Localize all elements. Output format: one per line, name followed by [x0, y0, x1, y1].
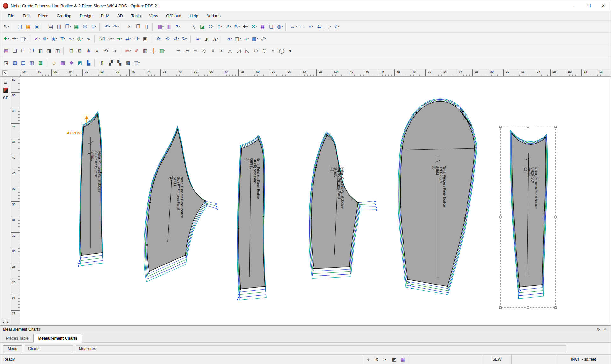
print-icon[interactable]: ▤ [46, 22, 55, 31]
rotate-cw-icon[interactable]: ⟳ [155, 34, 163, 43]
balloon-tool-icon[interactable]: ◎▾ [76, 34, 84, 43]
maximize-button[interactable]: ❐ [581, 0, 596, 11]
pattern-piece-cb-princess[interactable]: Neha_Princess Panel Bodice CB Princess P… [237, 135, 266, 300]
point-plus-icon[interactable]: ✚▾ [2, 34, 11, 43]
menu-help[interactable]: Help [186, 12, 202, 20]
pattern-piece-upper-sleeve[interactable]: Neha_Princess Panel Bodice UPPER SLV SHE… [398, 99, 477, 295]
zoom-icon[interactable]: ⚲▾ [89, 22, 98, 31]
kite-shape-icon[interactable]: ⋄ [217, 46, 226, 55]
cut-open-icon[interactable]: ✄▾ [124, 46, 132, 55]
wave-line-icon[interactable]: ∿ [84, 34, 93, 43]
plan-view-icon[interactable]: ◳ [2, 58, 11, 67]
paste-icon[interactable]: ▯ [143, 22, 151, 31]
unfold-piece-icon[interactable]: ⊟ [67, 46, 76, 55]
ellipse-shape-icon[interactable]: ◯ [277, 46, 286, 55]
view-3d-icon[interactable]: ◩ [76, 58, 84, 67]
menu-piece[interactable]: Piece [34, 12, 53, 20]
copy-grade-icon[interactable]: ⇱▾ [233, 22, 241, 31]
mirror-vertical-icon[interactable]: ◭ [203, 34, 211, 43]
menu-view[interactable]: View [145, 12, 162, 20]
print-preview-icon[interactable]: ◫ [55, 22, 64, 31]
circle-shape-icon[interactable]: ○ [269, 46, 277, 55]
rotate-right90-icon[interactable]: ↻▾ [180, 34, 189, 43]
walk-tool-icon[interactable]: ⇆ [315, 22, 324, 31]
hexagon-shape-icon[interactable]: ⬡ [260, 46, 269, 55]
grading-table-icon[interactable]: ▤ [19, 58, 28, 67]
pieces-table-icon[interactable]: ▦ [11, 58, 19, 67]
menu-ocloud[interactable]: O/Cloud [162, 12, 186, 20]
world-icon[interactable]: ◍▾ [276, 22, 284, 31]
panel-split-icon[interactable]: ▥ [141, 46, 150, 55]
table-view-icon[interactable]: ▦ [258, 22, 267, 31]
pattern-a-icon[interactable]: ▞ [107, 58, 115, 67]
fold-piece-icon[interactable]: ⊞ [76, 46, 84, 55]
tab-measurement-charts[interactable]: Measurement Charts [33, 334, 82, 343]
new-style-icon[interactable]: ▧ [2, 46, 11, 55]
menu-edit[interactable]: Edit [18, 12, 34, 20]
measure-tool-icon[interactable]: ↔▾ [289, 22, 298, 31]
tab-pieces-table[interactable]: Pieces Table [2, 334, 33, 342]
sewing-machine-icon[interactable]: ⚙ [373, 355, 381, 363]
grade-move-icon[interactable]: ↗▾ [224, 22, 233, 31]
open-file-icon[interactable]: ▦ [24, 22, 33, 31]
dock-pin-icon[interactable]: ⚲ [594, 325, 602, 333]
scissors-status-icon[interactable]: ✂ [381, 355, 390, 363]
scroll-left-button[interactable]: ◂ [1, 320, 5, 324]
menu-plm[interactable]: PLM [97, 12, 114, 20]
close-dart-icon[interactable]: ⋏ [93, 46, 102, 55]
polygon-shape-icon[interactable]: ⎔ [252, 46, 260, 55]
fill-triangle-icon[interactable]: ◪ [198, 22, 207, 31]
trapezoid-shape-icon[interactable]: ⏢ [192, 46, 200, 55]
forward-icon[interactable]: ➜▾ [115, 34, 124, 43]
t-square-icon[interactable]: ⊥▾ [324, 22, 332, 31]
dotted-grid-icon[interactable]: ∷▾ [207, 22, 215, 31]
sew-mode-button[interactable]: SEW [482, 355, 511, 364]
swatch-grid-icon[interactable]: ▩ [59, 58, 67, 67]
export-excel-icon[interactable]: ▦ [72, 22, 81, 31]
align-icon[interactable]: ≡▾ [194, 34, 203, 43]
mark-pen-icon[interactable]: ✐ [132, 46, 141, 55]
points-table-icon[interactable]: ▥ [28, 58, 36, 67]
scroll-right-button[interactable]: ▸ [6, 320, 10, 324]
stitch-icon[interactable]: ⌗▾ [242, 34, 251, 43]
grade-up-icon[interactable]: ↥▾ [215, 22, 224, 31]
copy-icon[interactable]: ❐ [134, 22, 143, 31]
open-dart-icon[interactable]: ⋔ [84, 46, 93, 55]
trash-icon[interactable]: ⌧ [98, 34, 107, 43]
column-header-charts[interactable]: Charts [25, 345, 73, 352]
undo-icon[interactable]: ↶▾ [103, 22, 112, 31]
right-triangle-shape-icon[interactable]: ◿ [235, 46, 243, 55]
view-3d-status-icon[interactable]: ◩ [390, 355, 398, 363]
pattern-b-icon[interactable]: ▚ [115, 58, 124, 67]
draw-line-icon[interactable]: ╲ [190, 22, 198, 31]
insert-table-icon[interactable]: ▥ [165, 22, 173, 31]
rotate-ccw-icon[interactable]: ⟲ [163, 34, 172, 43]
paste-piece-icon[interactable]: ❐ [19, 46, 28, 55]
pattern-canvas[interactable]: ACROSS NK [20, 77, 611, 325]
scale-icon[interactable]: ⤢▾ [259, 34, 268, 43]
point-move-icon[interactable]: ✛▾ [11, 34, 19, 43]
split-grade-icon[interactable]: ✕▾ [250, 22, 258, 31]
copy-style-icon[interactable]: ❒▾ [132, 34, 141, 43]
inject-icon[interactable]: ✑▾ [107, 34, 115, 43]
piece-half-icon[interactable]: ◨ [45, 46, 53, 55]
select-box-icon[interactable]: ⬚▾ [19, 34, 28, 43]
piece-corner-icon[interactable]: ◰▾ [234, 34, 242, 43]
sphere-icon[interactable]: ◉▾ [50, 34, 59, 43]
insert-grid-icon[interactable]: ▦▾ [158, 46, 167, 55]
text-tool-icon[interactable]: T▾ [59, 34, 67, 43]
menu-grading[interactable]: Grading [53, 12, 75, 20]
pointer-status-icon[interactable]: ⌖ [364, 355, 373, 363]
mirror-horizontal-icon[interactable]: ◮▾ [211, 34, 220, 43]
close-rulers-button[interactable]: ✕ [2, 70, 7, 75]
find-pieces-icon[interactable]: ⌖▾ [306, 22, 315, 31]
marquee-icon[interactable]: ⬚▾ [132, 58, 141, 67]
menu-3d[interactable]: 3D [113, 12, 127, 20]
s-curve-icon[interactable]: ∿▾ [67, 34, 76, 43]
pattern-piece-under-sleeve[interactable]: Neha_Princess Panel Bodice UNDR SLV SHEL… [510, 130, 548, 299]
units-display[interactable]: INCH - sq.feet [556, 355, 611, 364]
menu-addons[interactable]: Addons [202, 12, 225, 20]
seam-cross-icon[interactable]: ┼ [150, 46, 158, 55]
chart-status-icon[interactable]: ▦ [398, 355, 407, 363]
pattern-piece-side-front[interactable]: Neha_Princess Panel Bodice Side FT Princ… [144, 126, 218, 282]
